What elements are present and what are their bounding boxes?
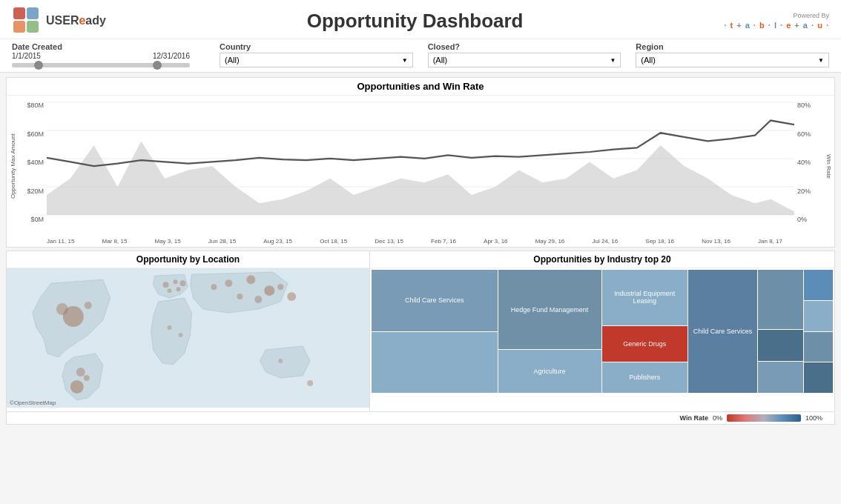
tree-cell-tiny-2[interactable]	[804, 301, 833, 331]
map-dot-small	[85, 302, 92, 309]
bottom-row: Opportunity by Location	[6, 251, 835, 412]
y-axis-left-label: Opportunity Max Amount	[7, 96, 19, 236]
y-left-40m: $40M	[27, 159, 44, 166]
tree-cell-generic-drugs[interactable]: Generic Drugs	[602, 326, 688, 362]
area-line-chart	[47, 96, 794, 236]
map-dot-eu3	[177, 287, 181, 291]
y-axis-right: 80% 60% 40% 20% 0%	[794, 96, 822, 236]
tree-cell-publishers[interactable]: Publishers	[602, 362, 688, 393]
tree-cell-small-1[interactable]	[758, 270, 804, 329]
filters-bar: Date Created 1/1/2015 12/31/2016 Country…	[0, 39, 841, 73]
region-filter-group: Region (All) ▼	[636, 42, 829, 67]
treemap-col-0: Child Care Services	[372, 270, 498, 393]
map-dot-eu1	[163, 282, 169, 288]
y-axis-left: $80M $60M $40M $20M $0M	[19, 96, 47, 236]
map-content: ©OpenStreetMap	[7, 268, 369, 408]
x-may15: May 3, 15	[154, 238, 180, 245]
x-jul16: Jul 24, 16	[592, 238, 618, 245]
x-nov16: Nov 13, 16	[702, 238, 730, 245]
country-filter-group: Country (All) ▼	[220, 42, 413, 67]
map-dot-sa3	[84, 375, 90, 381]
region-value: (All)	[641, 56, 656, 64]
x-may16: May 29, 16	[535, 238, 565, 245]
logo-area: USEReady	[12, 6, 106, 36]
treemap-col-5	[804, 270, 833, 393]
date-filter-label: Date Created	[12, 42, 205, 51]
tree-cell-industrial[interactable]: Industrial Equipment Leasing	[602, 270, 688, 325]
y-left-60m: $60M	[27, 130, 44, 138]
svg-rect-1	[27, 7, 39, 19]
map-dot-eu2	[174, 279, 178, 284]
x-dec15: Dec 13, 15	[375, 238, 403, 245]
tree-cell-hedge[interactable]: Hedge Fund Management	[498, 270, 601, 349]
legend-high-label: 100%	[805, 414, 822, 422]
x-jan15: Jan 11, 15	[47, 238, 74, 245]
y-left-20m: $20M	[27, 188, 44, 195]
x-feb16: Feb 7, 16	[431, 238, 456, 245]
country-select[interactable]: (All) ▼	[220, 53, 413, 67]
map-dot-as6	[237, 294, 243, 299]
treemap: Child Care Services Hedge Fund Managemen…	[370, 268, 834, 394]
country-value: (All)	[225, 56, 240, 64]
map-dot-medium	[56, 303, 68, 315]
map-dot-au1	[278, 359, 283, 363]
region-dropdown-arrow: ▼	[818, 57, 824, 64]
tree-cell-small-2[interactable]	[758, 330, 804, 361]
gradient-bar	[727, 414, 801, 422]
tree-cell-child-care[interactable]: Child Care Services	[372, 270, 498, 331]
closed-dropdown-arrow: ▼	[610, 57, 616, 64]
map-dot-as3	[246, 275, 255, 284]
svg-rect-2	[13, 21, 25, 33]
x-mar15: Mar 8, 15	[102, 238, 128, 245]
x-axis: Jan 11, 15 Mar 8, 15 May 3, 15 Jun 28, 1…	[7, 236, 834, 247]
y-left-0m: $0M	[30, 216, 44, 223]
map-dot-as5	[254, 296, 262, 303]
powered-by-area: Powered By · t + a · b · l · e + a · u ·	[724, 12, 829, 30]
map-credit: ©OpenStreetMap	[10, 399, 56, 406]
tree-cell-small-3[interactable]	[758, 362, 804, 393]
map-dot-eu5	[168, 288, 172, 293]
tree-cell-child-care-2[interactable]: Child Care Services	[688, 270, 757, 393]
map-dot-as8	[287, 292, 296, 301]
tree-cell-tiny-1[interactable]	[804, 270, 833, 300]
svg-rect-0	[13, 7, 25, 19]
tree-cell-agriculture[interactable]: Agriculture	[498, 350, 601, 393]
slider-thumb-right[interactable]	[153, 61, 162, 70]
map-dot-sa1	[76, 368, 85, 377]
x-oct15: Oct 18, 15	[320, 238, 347, 245]
tree-cell-tiny-3[interactable]	[804, 332, 833, 362]
x-jun15: Jun 28, 15	[208, 238, 236, 245]
date-slider-track[interactable]	[12, 63, 190, 67]
country-label: Country	[220, 42, 413, 51]
map-panel: Opportunity by Location	[6, 251, 369, 412]
legend-bar: Win Rate 0% 100%	[6, 412, 835, 425]
closed-filter-group: Closed? (All) ▼	[428, 42, 621, 67]
tableau-logo: · t + a · b · l · e + a · u ·	[724, 21, 829, 30]
y-axis-right-label: Win Rate	[822, 96, 834, 236]
tree-cell-healthcare[interactable]	[372, 332, 498, 394]
legend-low-label: 0%	[713, 414, 722, 422]
region-label: Region	[636, 42, 829, 51]
x-apr16: Apr 3, 16	[484, 238, 507, 245]
date-start: 1/1/2015	[12, 52, 41, 60]
x-sep16: Sep 18, 16	[645, 238, 674, 245]
treemap-col-3: Child Care Services	[688, 270, 757, 393]
map-dot-au2	[307, 380, 313, 386]
region-select[interactable]: (All) ▼	[636, 53, 829, 67]
y-right-20: 20%	[797, 188, 811, 195]
map-dot-as4	[264, 285, 274, 296]
map-dot-as2	[225, 279, 232, 287]
logo-text: USEReady	[46, 15, 106, 27]
closed-select[interactable]: (All) ▼	[428, 53, 621, 67]
closed-value: (All)	[433, 56, 448, 64]
map-dot-as7	[277, 284, 283, 290]
map-dot-eu4	[180, 280, 186, 286]
y-right-80: 80%	[797, 102, 811, 109]
powered-by-label: Powered By	[724, 12, 829, 19]
slider-thumb-left[interactable]	[34, 61, 43, 70]
tree-cell-tiny-4[interactable]	[804, 362, 833, 393]
y-right-60: 60%	[797, 130, 811, 138]
treemap-col-2: Industrial Equipment Leasing Generic Dru…	[602, 270, 688, 393]
closed-label: Closed?	[428, 42, 621, 51]
date-filter-group: Date Created 1/1/2015 12/31/2016	[12, 42, 205, 67]
